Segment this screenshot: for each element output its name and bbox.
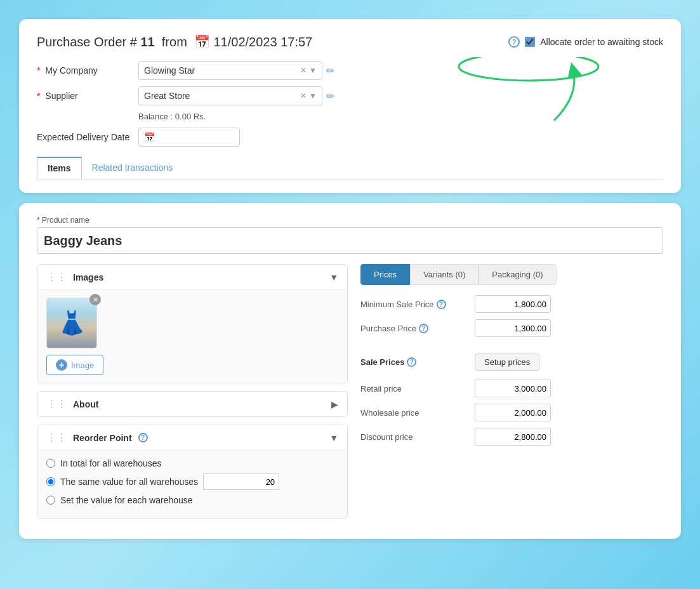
reorder-panel: ⋮⋮ Reorder Point ? ▼ In total for all wa… xyxy=(37,425,348,519)
select-actions: ✕ ▼ xyxy=(300,66,317,75)
reorder-section-title: Reorder Point xyxy=(73,433,132,443)
reorder-header-left: ⋮⋮ Reorder Point ? xyxy=(46,432,148,444)
min-sale-price-input[interactable] xyxy=(475,295,551,313)
tab-items[interactable]: Items xyxy=(37,157,82,180)
my-company-input-group: Glowing Star ✕ ▼ ✏ xyxy=(138,61,334,80)
from-label: from xyxy=(162,35,187,49)
reorder-radio-all-warehouses[interactable] xyxy=(46,459,55,468)
reorder-help-icon[interactable]: ? xyxy=(138,433,148,442)
supplier-label: * Supplier xyxy=(37,91,138,101)
discount-price-row: Discount price xyxy=(360,428,663,446)
retail-price-input[interactable] xyxy=(475,380,551,397)
calendar-icon-2: 📅 xyxy=(144,132,155,142)
about-drag-handle[interactable]: ⋮⋮ xyxy=(46,398,67,410)
tab-related-transactions[interactable]: Related transactions xyxy=(82,157,183,180)
discount-price-input[interactable] xyxy=(475,428,551,446)
product-card: * Product name ⋮⋮ Images ▼ ✕ xyxy=(19,203,681,539)
supplier-input-group: Great Store ✕ ▼ ✏ xyxy=(138,86,334,105)
purchase-price-row: Purchase Price ? xyxy=(360,319,663,337)
retail-price-label: Retail price xyxy=(360,384,475,394)
reorder-same-value-input[interactable] xyxy=(203,473,279,490)
reorder-radio-row-2: The same value for all warehouses xyxy=(46,473,338,490)
images-chevron-down-icon[interactable]: ▼ xyxy=(329,272,338,282)
allocate-label: Allocate order to awaiting stock xyxy=(540,37,663,47)
reorder-radio-each-warehouse[interactable] xyxy=(46,496,55,505)
po-header: Purchase Order # 11 from 📅 11/02/2023 17… xyxy=(37,34,663,50)
images-drag-handle[interactable]: ⋮⋮ xyxy=(46,271,67,283)
reorder-radio-row-3: Set the value for each warehouse xyxy=(46,495,338,505)
delivery-date-label: Expected Delivery Date xyxy=(37,132,138,142)
sale-prices-label: Sale Prices ? xyxy=(360,357,475,367)
purchase-order-card: Purchase Order # 11 from 📅 11/02/2023 17… xyxy=(19,19,681,193)
po-number: 11 xyxy=(140,35,154,49)
reorder-radio-same-value[interactable] xyxy=(46,477,55,486)
po-title: Purchase Order # 11 from 📅 11/02/2023 17… xyxy=(37,34,312,50)
supplier-select-actions: ✕ ▼ xyxy=(300,91,317,100)
tabs-row: Items Related transactions xyxy=(37,157,663,180)
chevron-down-icon[interactable]: ▼ xyxy=(309,66,317,75)
image-container: ✕ xyxy=(46,298,97,348)
reorder-radio-2-label: The same value for all warehouses xyxy=(60,477,198,487)
calendar-icon: 📅 xyxy=(194,35,210,49)
purchase-price-help-icon[interactable]: ? xyxy=(419,324,428,333)
clear-icon[interactable]: ✕ xyxy=(300,66,307,75)
reorder-radio-row-1: In total for all warehouses xyxy=(46,458,338,468)
supplier-clear-icon[interactable]: ✕ xyxy=(300,91,307,100)
reorder-radio-3-label: Set the value for each warehouse xyxy=(60,495,193,505)
my-company-value: Glowing Star xyxy=(144,65,300,76)
two-col-layout: ⋮⋮ Images ▼ ✕ + Image xyxy=(37,264,663,526)
my-company-label: * My Company xyxy=(37,65,138,76)
sale-prices-help-icon[interactable]: ? xyxy=(407,357,416,367)
images-section-body: ✕ + Image xyxy=(37,289,347,383)
allocate-section: ? Allocate order to awaiting stock xyxy=(508,36,663,48)
my-company-row: * My Company Glowing Star ✕ ▼ ✏ xyxy=(37,61,663,80)
purchase-price-input[interactable] xyxy=(475,319,551,337)
min-sale-price-help-icon[interactable]: ? xyxy=(437,300,446,309)
reorder-section-body: In total for all warehouses The same val… xyxy=(37,450,347,518)
setup-prices-button[interactable]: Setup prices xyxy=(475,354,539,371)
balance-text: Balance : 0.00 Rs. xyxy=(138,112,663,121)
supplier-value: Great Store xyxy=(144,91,300,101)
prices-tabs: Prices Variants (0) Packaging (0) xyxy=(360,264,663,285)
wholesale-price-label: Wholesale price xyxy=(360,408,475,418)
help-icon[interactable]: ? xyxy=(508,36,520,48)
plus-icon: + xyxy=(56,359,67,371)
supplier-edit-icon[interactable]: ✏ xyxy=(326,90,334,102)
reorder-section-header[interactable]: ⋮⋮ Reorder Point ? ▼ xyxy=(37,425,347,450)
tab-packaging[interactable]: Packaging (0) xyxy=(479,264,556,285)
retail-price-row: Retail price xyxy=(360,380,663,397)
product-name-input[interactable] xyxy=(37,227,663,254)
images-section-header[interactable]: ⋮⋮ Images ▼ xyxy=(37,265,347,289)
delivery-date-input[interactable]: 📅 xyxy=(138,128,240,147)
min-sale-price-row: Minimum Sale Price ? xyxy=(360,295,663,313)
sale-prices-row: Sale Prices ? Setup prices xyxy=(360,354,663,371)
discount-price-label: Discount price xyxy=(360,432,475,442)
images-header-left: ⋮⋮ Images xyxy=(46,271,103,283)
images-section-title: Images xyxy=(73,272,103,282)
supplier-chevron-icon[interactable]: ▼ xyxy=(309,91,317,100)
reorder-drag-handle[interactable]: ⋮⋮ xyxy=(46,432,67,444)
images-panel: ⋮⋮ Images ▼ ✕ + Image xyxy=(37,264,348,383)
delivery-date-row: Expected Delivery Date 📅 xyxy=(37,128,663,147)
about-panel: ⋮⋮ About ▶ xyxy=(37,391,348,417)
my-company-select[interactable]: Glowing Star ✕ ▼ xyxy=(138,61,322,80)
tabs-container: Items Related transactions xyxy=(37,157,663,180)
about-header-left: ⋮⋮ About xyxy=(46,398,98,410)
my-company-edit-icon[interactable]: ✏ xyxy=(326,65,334,77)
tab-prices[interactable]: Prices xyxy=(360,264,410,285)
reorder-radio-1-label: In total for all warehouses xyxy=(60,458,162,468)
reorder-chevron-down-icon[interactable]: ▼ xyxy=(329,433,338,443)
left-column: ⋮⋮ Images ▼ ✕ + Image xyxy=(37,264,348,526)
product-image xyxy=(46,298,97,348)
po-label: Purchase Order # xyxy=(37,35,137,49)
about-section-header[interactable]: ⋮⋮ About ▶ xyxy=(37,392,347,416)
add-image-button[interactable]: + Image xyxy=(46,355,103,375)
supplier-row: * Supplier Great Store ✕ ▼ ✏ xyxy=(37,86,663,105)
about-chevron-right-icon[interactable]: ▶ xyxy=(331,399,338,409)
allocate-checkbox[interactable] xyxy=(525,37,535,47)
supplier-select[interactable]: Great Store ✕ ▼ xyxy=(138,86,322,105)
wholesale-price-input[interactable] xyxy=(475,404,551,421)
tab-variants[interactable]: Variants (0) xyxy=(410,264,479,285)
about-section-title: About xyxy=(73,399,98,409)
image-remove-icon[interactable]: ✕ xyxy=(89,294,101,305)
